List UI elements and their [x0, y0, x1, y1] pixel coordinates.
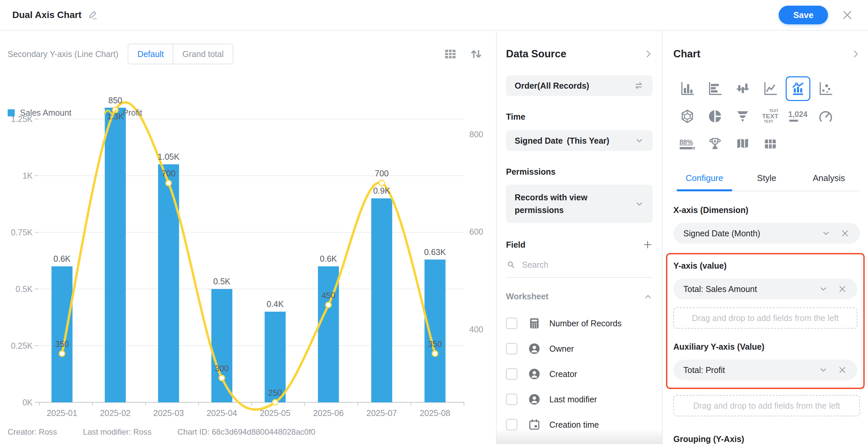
- permissions-dropdown[interactable]: Records with view permissions: [506, 185, 653, 223]
- tab-style[interactable]: Style: [736, 167, 798, 191]
- x-axis-field-pill[interactable]: Signed Date (Month): [673, 223, 860, 244]
- time-field-dropdown[interactable]: Signed Date(This Year): [506, 130, 653, 151]
- svg-text:2025-06: 2025-06: [313, 408, 344, 418]
- svg-text:0.75K: 0.75K: [11, 228, 33, 237]
- data-source-selector[interactable]: Order(All Records): [506, 75, 653, 96]
- segment-option-grand-total[interactable]: Grand total: [173, 44, 232, 64]
- bar-chart-icon[interactable]: [673, 75, 701, 102]
- permissions-label: Permissions: [506, 167, 653, 177]
- line-chart-icon[interactable]: [756, 75, 784, 102]
- svg-text:300: 300: [215, 364, 229, 373]
- scatter-icon[interactable]: [812, 75, 839, 102]
- dual-axis-icon[interactable]: [784, 75, 812, 102]
- legend-line-swatch: [103, 108, 117, 118]
- chart-legend: Sales AmountProfit: [8, 108, 142, 118]
- line-point-2025-08[interactable]: [432, 351, 438, 356]
- bar-2025-03[interactable]: [158, 164, 179, 402]
- expand-data-source-icon[interactable]: [644, 50, 653, 58]
- worksheet-field-last-modifier[interactable]: Last modifier: [506, 387, 653, 412]
- table-icon[interactable]: [756, 130, 784, 158]
- page-title: Dual Axis Chart: [12, 10, 81, 20]
- bar-2025-02[interactable]: [105, 108, 126, 402]
- number-card-icon[interactable]: 1,024: [784, 102, 812, 130]
- y-axis-drop-zone[interactable]: Drag and drop to add fields from the lef…: [673, 307, 857, 329]
- svg-text:400: 400: [469, 325, 483, 334]
- bar-2025-04[interactable]: [211, 289, 232, 402]
- line-point-2025-01[interactable]: [59, 351, 65, 356]
- chevron-down-icon[interactable]: [822, 229, 831, 238]
- chevron-down-icon[interactable]: [819, 284, 828, 294]
- field-checkbox[interactable]: [506, 394, 517, 405]
- legend-item-sales-amount[interactable]: Sales Amount: [8, 108, 71, 118]
- edit-title-icon[interactable]: [87, 10, 98, 20]
- ranking-icon[interactable]: [701, 130, 728, 158]
- funnel-icon[interactable]: [728, 102, 756, 130]
- aux-axis-drop-zone[interactable]: Drag and drop to add fields from the lef…: [673, 395, 860, 416]
- bidirectional-bar-icon[interactable]: [728, 75, 756, 102]
- data-source-panel: Data Source Order(All Records) Time Sign…: [497, 31, 663, 444]
- radar-icon[interactable]: [673, 102, 701, 130]
- legend-item-profit[interactable]: Profit: [103, 108, 142, 118]
- aux-y-axis-field-pill[interactable]: Total: Profit: [673, 360, 857, 380]
- field-checkbox[interactable]: [506, 368, 517, 380]
- segment-option-default[interactable]: Default: [128, 44, 173, 64]
- permissions-value: Records with view permissions: [515, 191, 631, 216]
- line-point-2025-07[interactable]: [379, 180, 385, 186]
- worksheet-field-owner[interactable]: Owner: [506, 336, 653, 361]
- app-window: Dual Axis Chart Save 0K0.25K0.5K0.75K1K1…: [0, 0, 868, 444]
- field-checkbox[interactable]: [506, 343, 517, 354]
- svg-text:800: 800: [469, 130, 483, 139]
- progress-icon[interactable]: 88%: [673, 130, 701, 158]
- chevron-down-icon[interactable]: [819, 365, 828, 375]
- line-point-2025-03[interactable]: [166, 180, 171, 186]
- worksheet-field-creator[interactable]: Creator: [506, 361, 653, 387]
- save-button[interactable]: Save: [779, 6, 828, 24]
- search-input[interactable]: [522, 260, 632, 269]
- bar-2025-08[interactable]: [425, 260, 446, 402]
- pie-chart-icon[interactable]: [701, 102, 728, 130]
- remove-field-icon[interactable]: [837, 365, 847, 375]
- field-label: Creation time: [549, 420, 599, 430]
- close-icon[interactable]: [841, 9, 853, 21]
- legend-label: Profit: [123, 108, 142, 118]
- line-point-2025-04[interactable]: [219, 375, 225, 381]
- worksheet-field-list: Number of Records Owner Creator Last mod…: [506, 311, 653, 437]
- map-icon[interactable]: [728, 130, 756, 158]
- bar-2025-01[interactable]: [52, 266, 73, 402]
- y-axis-field-value: Total: Sales Amount: [683, 284, 757, 294]
- svg-text:700: 700: [375, 169, 389, 178]
- bar-horizontal-icon[interactable]: [701, 75, 728, 102]
- tab-configure[interactable]: Configure: [673, 167, 736, 191]
- y-axis-field-pill[interactable]: Total: Sales Amount: [673, 279, 857, 299]
- line-point-2025-06[interactable]: [326, 302, 331, 308]
- worksheet-field-number-of-records[interactable]: Number of Records: [506, 311, 653, 336]
- swap-source-icon[interactable]: [633, 80, 644, 91]
- chevron-down-icon: [635, 136, 644, 145]
- add-field-icon[interactable]: [643, 240, 653, 250]
- collapse-worksheet-icon[interactable]: [643, 292, 653, 301]
- bar-2025-07[interactable]: [371, 198, 392, 402]
- svg-text:0.9K: 0.9K: [373, 186, 390, 195]
- calendar-icon: [528, 418, 541, 431]
- svg-text:2025-01: 2025-01: [46, 408, 78, 418]
- expand-chart-panel-icon[interactable]: [851, 50, 860, 58]
- remove-field-icon[interactable]: [840, 228, 850, 238]
- table-view-icon[interactable]: [443, 47, 457, 61]
- field-checkbox[interactable]: [506, 318, 517, 329]
- svg-text:350: 350: [55, 339, 69, 349]
- chart-config-title: Chart: [673, 48, 700, 60]
- field-checkbox[interactable]: [506, 419, 517, 430]
- sort-swap-icon[interactable]: [469, 47, 483, 61]
- gauge-icon[interactable]: [812, 102, 839, 130]
- remove-field-icon[interactable]: [837, 284, 847, 294]
- chart-type-grid: TEXTTEXTTEXT1,02488%: [673, 75, 860, 158]
- line-point-2025-05[interactable]: [272, 400, 278, 405]
- word-cloud-icon[interactable]: TEXTTEXTTEXT: [756, 102, 784, 130]
- time-granularity: (This Year): [567, 136, 609, 146]
- grouping-label: Grouping (Y-Axis): [673, 434, 860, 444]
- default-grandtotal-toggle: DefaultGrand total: [128, 44, 233, 64]
- svg-text:2025-08: 2025-08: [420, 408, 450, 418]
- dual-axis-chart[interactable]: 0K0.25K0.5K0.75K1K1.25K4006008002025-012…: [0, 31, 497, 444]
- worksheet-field-creation-time[interactable]: Creation time: [506, 412, 653, 437]
- tab-analysis[interactable]: Analysis: [798, 167, 860, 191]
